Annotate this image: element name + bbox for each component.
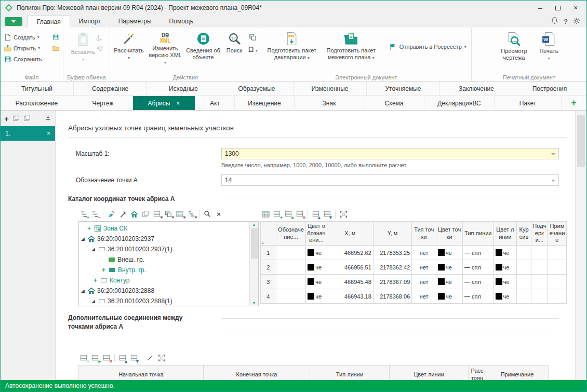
select-all-cell[interactable] bbox=[261, 222, 276, 246]
box-menu-icon[interactable] bbox=[175, 209, 185, 219]
tab-obrazuemye[interactable]: Образуемые bbox=[220, 82, 294, 96]
fullscreen-icon[interactable] bbox=[156, 353, 167, 363]
col-start-point[interactable]: Начальная точка bbox=[79, 366, 204, 381]
cell-designation[interactable] bbox=[276, 260, 305, 275]
delete-icon[interactable]: × bbox=[214, 209, 224, 219]
tab-deklaratsiyavs[interactable]: ДекларацияВС bbox=[424, 96, 495, 110]
table-row[interactable]: 3 че 466945.48 2178367.09 нет че спл че bbox=[261, 275, 567, 289]
col-underline[interactable]: Подчерки... bbox=[531, 222, 548, 246]
tab-akt[interactable]: Акт bbox=[195, 96, 235, 110]
col-italic[interactable]: Курсив bbox=[517, 222, 531, 246]
col-point-color[interactable]: Цвет точки bbox=[436, 222, 463, 246]
close-icon[interactable]: × bbox=[47, 130, 50, 137]
folder-icon[interactable] bbox=[52, 45, 59, 51]
close-button[interactable]: × bbox=[567, 2, 584, 14]
tree-item-outer-boundary[interactable]: Внеш. гр. bbox=[79, 254, 249, 265]
cell-designation[interactable] bbox=[276, 275, 305, 289]
row-header[interactable]: 3 bbox=[261, 275, 276, 289]
col-line-color[interactable]: Цвет линии bbox=[390, 366, 469, 381]
tab-skhema[interactable]: Схема bbox=[364, 96, 424, 110]
cell-point-color[interactable]: че bbox=[436, 275, 463, 289]
tree-item-contour-2937-1[interactable]: ◢ 36:20:0010203:2937(1) bbox=[79, 244, 249, 254]
col-designation-color[interactable]: Цвет обозначени... bbox=[306, 222, 327, 246]
table-row[interactable]: 1 че 466952.62 2178353.25 нет че спл че bbox=[261, 246, 567, 260]
layers-icon[interactable] bbox=[249, 33, 257, 41]
point-a-input[interactable] bbox=[222, 175, 558, 185]
prepare-plan-package-button[interactable]: Подготовить пакет межевого плана ▾ bbox=[321, 29, 381, 61]
cell-italic[interactable] bbox=[517, 275, 531, 289]
point-a-combobox[interactable] bbox=[221, 174, 559, 186]
notifications-bell-icon[interactable] bbox=[551, 17, 558, 26]
cell-designation-color[interactable]: че bbox=[306, 260, 327, 275]
chevron-down-icon[interactable] bbox=[551, 153, 555, 155]
cell-point-type[interactable]: нет bbox=[412, 289, 436, 304]
expander-icon[interactable]: ◢ bbox=[81, 288, 86, 293]
magic-fill-icon[interactable] bbox=[145, 353, 155, 363]
cell-point-color[interactable]: че bbox=[436, 260, 463, 275]
scale-input[interactable] bbox=[222, 148, 558, 159]
tree-item-parcel-2937[interactable]: ◢ 36:20:0010203:2937 bbox=[79, 234, 249, 244]
settings-gear-icon[interactable] bbox=[573, 17, 580, 26]
tab-abrisy[interactable]: Абрисы× bbox=[133, 96, 195, 110]
tree-scrollbar[interactable]: ▲ ▼ bbox=[249, 222, 258, 306]
cell-designation-color[interactable]: че bbox=[306, 289, 327, 304]
col-note[interactable]: Примечание bbox=[486, 366, 549, 381]
add-row-icon[interactable]: + bbox=[78, 353, 89, 363]
col-note[interactable]: Примечание bbox=[548, 222, 566, 246]
tab-soderzhanie[interactable]: Содержание bbox=[74, 82, 147, 96]
erase-menu-icon[interactable] bbox=[163, 209, 174, 219]
col-designation[interactable]: Обозначение... bbox=[276, 222, 305, 246]
tab-izmenennye[interactable]: Измененные bbox=[294, 82, 367, 96]
fullscreen-icon[interactable] bbox=[338, 209, 349, 219]
cell-note[interactable] bbox=[548, 289, 566, 304]
cell-designation-color[interactable]: че bbox=[306, 246, 327, 260]
move-down-icon[interactable]: ▼ bbox=[322, 209, 332, 219]
maximize-button[interactable] bbox=[549, 2, 567, 14]
col-line-type[interactable]: Тип линии bbox=[463, 222, 494, 246]
cell-underline[interactable] bbox=[531, 275, 548, 289]
cell-note[interactable] bbox=[548, 260, 566, 275]
insert-row-icon[interactable]: ▸ bbox=[90, 353, 100, 363]
scale-combobox[interactable] bbox=[221, 148, 559, 159]
collapse-levels-icon[interactable]: − bbox=[90, 209, 100, 219]
col-line-type[interactable]: Тип линии bbox=[310, 366, 390, 381]
duplicate-icon[interactable] bbox=[12, 114, 20, 123]
col-point-type[interactable]: Тип точки bbox=[412, 222, 436, 246]
tool-axe-icon[interactable] bbox=[117, 209, 128, 219]
tab-izveschenie[interactable]: Извещение bbox=[235, 96, 295, 110]
move-up-icon[interactable]: ▲ bbox=[117, 353, 128, 363]
row-header[interactable]: 4 bbox=[261, 289, 276, 304]
cell-underline[interactable] bbox=[531, 289, 548, 304]
scrollbar-thumb[interactable] bbox=[577, 115, 585, 167]
change-xml-version-button[interactable]: 09 XML Изменить версию XML ▾ bbox=[146, 29, 184, 65]
cell-y[interactable]: 2178353.25 bbox=[373, 246, 411, 260]
tree-item-zone[interactable]: + Зона СК bbox=[79, 223, 249, 234]
cell-designation-color[interactable]: че bbox=[306, 275, 327, 289]
ribbon-tab-main[interactable]: Главная bbox=[28, 15, 70, 28]
scroll-up-icon[interactable]: ▲ bbox=[252, 223, 256, 226]
insert-row-icon[interactable]: ▸ bbox=[283, 209, 294, 219]
calculate-button[interactable]: Рассчитать ▾ bbox=[112, 29, 146, 61]
cell-point-color[interactable]: че bbox=[436, 289, 463, 304]
save-as-icon[interactable] bbox=[52, 34, 59, 40]
preview-drawing-button[interactable]: Просмотр чертежа bbox=[494, 29, 533, 61]
save-button[interactable]: Сохранить bbox=[4, 55, 59, 63]
copy-icon[interactable] bbox=[140, 209, 151, 219]
paste-button[interactable]: Вставить ▾ bbox=[70, 29, 97, 62]
chevron-down-icon[interactable] bbox=[551, 180, 555, 182]
cell-line-color[interactable]: че bbox=[493, 275, 517, 289]
col-line-color[interactable]: Цвет линии bbox=[493, 222, 517, 246]
ribbon-tab-help[interactable]: Помощь bbox=[161, 15, 202, 28]
col-distance[interactable]: Расстоян bbox=[469, 366, 486, 381]
add-row-icon[interactable]: + bbox=[272, 209, 282, 219]
undo-icon[interactable] bbox=[96, 45, 103, 52]
cell-x[interactable]: 466956.51 bbox=[327, 260, 373, 275]
tab-raspolozhenie[interactable]: Расположение bbox=[1, 96, 73, 110]
open-button[interactable]: Открыть▾ bbox=[4, 44, 59, 52]
expand-plus-icon[interactable]: + bbox=[94, 277, 98, 284]
scrollbar-thumb[interactable] bbox=[251, 228, 258, 259]
cell-y[interactable]: 2178362.42 bbox=[373, 260, 411, 275]
cell-y[interactable]: 2178368.06 bbox=[373, 289, 411, 304]
col-y[interactable]: Y, м bbox=[373, 222, 411, 246]
tab-paket[interactable]: Пакет bbox=[495, 96, 562, 110]
